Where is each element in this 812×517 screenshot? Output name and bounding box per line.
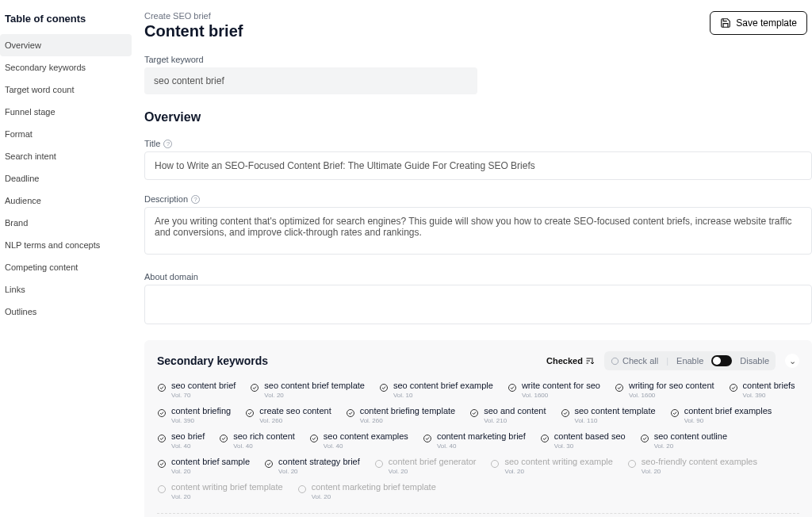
check-circle-icon[interactable]	[250, 383, 259, 393]
svg-point-25	[298, 486, 305, 493]
keyword-item[interactable]: content brief generatorVol. 20	[374, 458, 477, 475]
overview-heading: Overview	[144, 110, 812, 124]
check-circle-icon[interactable]	[615, 383, 624, 393]
keyword-label: write content for seo	[522, 381, 600, 390]
svg-point-16	[423, 435, 431, 442]
keyword-item[interactable]: content writing brief templateVol. 20	[157, 483, 283, 500]
check-circle-icon[interactable]	[157, 408, 167, 418]
check-circle-icon[interactable]	[157, 383, 167, 393]
keyword-item[interactable]: content briefsVol. 390	[729, 381, 795, 399]
keyword-label: seo and content	[484, 407, 546, 416]
sidebar-item[interactable]: Brand	[0, 212, 132, 234]
keyword-volume: Vol. 20	[654, 442, 727, 450]
keyword-label: seo content template	[575, 407, 656, 416]
check-circle-icon[interactable]	[540, 434, 550, 443]
keyword-item[interactable]: seo content brief templateVol. 20	[250, 381, 365, 399]
sidebar-item[interactable]: Competing content	[0, 256, 132, 278]
svg-point-15	[310, 435, 317, 442]
about-domain-input[interactable]	[144, 285, 812, 324]
sidebar-item[interactable]: Links	[0, 278, 132, 301]
keyword-item[interactable]: content briefing templateVol. 260	[346, 407, 455, 424]
keyword-volume: Vol. 20	[389, 468, 477, 475]
circle-icon[interactable]	[374, 459, 384, 469]
check-circle-icon[interactable]	[219, 434, 228, 443]
sort-checked[interactable]: Checked	[546, 356, 595, 366]
sidebar: Table of conents OverviewSecondary keywo…	[0, 0, 132, 517]
circle-icon[interactable]	[490, 459, 500, 469]
keyword-item[interactable]: seo content examplesVol. 40	[309, 432, 408, 450]
check-circle-icon[interactable]	[640, 434, 649, 443]
target-keyword-value: seo content brief	[144, 67, 477, 94]
keyword-label: seo content brief template	[264, 381, 365, 390]
sidebar-item[interactable]: Target word count	[0, 79, 132, 101]
sidebar-item[interactable]: Outlines	[0, 301, 132, 323]
check-circle-icon[interactable]	[157, 434, 167, 443]
keyword-item[interactable]: content briefingVol. 390	[157, 407, 231, 424]
keyword-volume: Vol. 40	[233, 442, 295, 450]
about-domain-label: About domain	[144, 272, 812, 281]
keyword-item[interactable]: write content for seoVol. 1600	[508, 381, 600, 399]
check-circle-icon[interactable]	[264, 459, 274, 469]
sidebar-item[interactable]: Format	[0, 123, 132, 145]
sidebar-item[interactable]: NLP terms and concepts	[0, 234, 132, 256]
check-circle-icon[interactable]	[346, 408, 355, 418]
keyword-item[interactable]: seo content briefVol. 70	[157, 381, 236, 399]
keyword-item[interactable]: content marketing brief templateVol. 20	[297, 483, 436, 500]
keyword-item[interactable]: seo rich contentVol. 40	[219, 432, 295, 450]
circle-icon[interactable]	[157, 484, 167, 494]
chevron-down-icon[interactable]: ⌄	[785, 354, 799, 368]
description-input[interactable]	[144, 207, 812, 255]
keyword-item[interactable]: writing for seo contentVol. 1600	[615, 381, 714, 399]
keyword-item[interactable]: content brief examplesVol. 90	[670, 407, 772, 424]
keyword-label: content marketing brief template	[312, 483, 436, 492]
keyword-item[interactable]: seo content templateVol. 110	[561, 407, 656, 424]
sidebar-item[interactable]: Deadline	[0, 167, 132, 190]
sidebar-item[interactable]: Overview	[0, 34, 132, 56]
check-circle-icon[interactable]	[670, 408, 680, 418]
sidebar-item[interactable]: Funnel stage	[0, 101, 132, 123]
sidebar-item[interactable]: Secondary keywords	[0, 56, 132, 79]
enable-toggle[interactable]	[711, 355, 732, 366]
keyword-item[interactable]: seo content writing exampleVol. 20	[490, 458, 612, 475]
svg-point-1	[159, 385, 166, 392]
keyword-item[interactable]: content based seoVol. 30	[540, 432, 626, 450]
secondary-keywords-title: Secondary keywords	[157, 354, 268, 367]
keyword-volume: Vol. 20	[642, 468, 757, 475]
keyword-item[interactable]: seo-friendly content examplesVol. 20	[627, 458, 757, 475]
keyword-item[interactable]: content marketing briefVol. 40	[423, 432, 526, 450]
circle-icon	[611, 357, 619, 366]
sidebar-item[interactable]: Search intent	[0, 145, 132, 167]
keyword-volume: Vol. 1600	[522, 392, 600, 399]
check-circle-icon[interactable]	[508, 383, 517, 393]
check-circle-icon[interactable]	[309, 434, 319, 443]
keyword-item[interactable]: seo content outlineVol. 20	[640, 432, 727, 450]
keyword-label: seo content brief example	[393, 381, 493, 390]
keyword-volume: Vol. 210	[484, 417, 546, 424]
keyword-item[interactable]: seo content brief exampleVol. 10	[379, 381, 493, 399]
svg-point-6	[730, 385, 737, 392]
title-input[interactable]	[144, 151, 812, 180]
check-circle-icon[interactable]	[729, 383, 738, 393]
keyword-label: writing for seo content	[629, 381, 714, 390]
circle-icon[interactable]	[627, 459, 637, 469]
keyword-item[interactable]: create seo contentVol. 260	[245, 407, 331, 424]
check-all-button[interactable]: Check all	[611, 356, 658, 366]
disable-label: Disable	[740, 356, 769, 366]
svg-point-4	[508, 385, 515, 392]
check-circle-icon[interactable]	[379, 383, 389, 393]
check-circle-icon[interactable]	[423, 434, 432, 443]
keyword-item[interactable]: seo briefVol. 40	[157, 432, 205, 450]
check-circle-icon[interactable]	[469, 408, 479, 418]
sidebar-item[interactable]: Audience	[0, 190, 132, 212]
keyword-volume: Vol. 70	[171, 392, 236, 399]
check-circle-icon[interactable]	[157, 459, 167, 469]
keyword-item[interactable]: content brief sampleVol. 20	[157, 458, 250, 475]
keyword-item[interactable]: content strategy briefVol. 20	[264, 458, 360, 475]
keyword-item[interactable]: seo and contentVol. 210	[469, 407, 546, 424]
check-circle-icon[interactable]	[561, 408, 570, 418]
save-template-button[interactable]: Save template	[710, 11, 807, 35]
help-icon[interactable]: ?	[163, 140, 172, 148]
circle-icon[interactable]	[297, 484, 307, 494]
help-icon[interactable]: ?	[191, 195, 200, 204]
check-circle-icon[interactable]	[245, 408, 255, 418]
